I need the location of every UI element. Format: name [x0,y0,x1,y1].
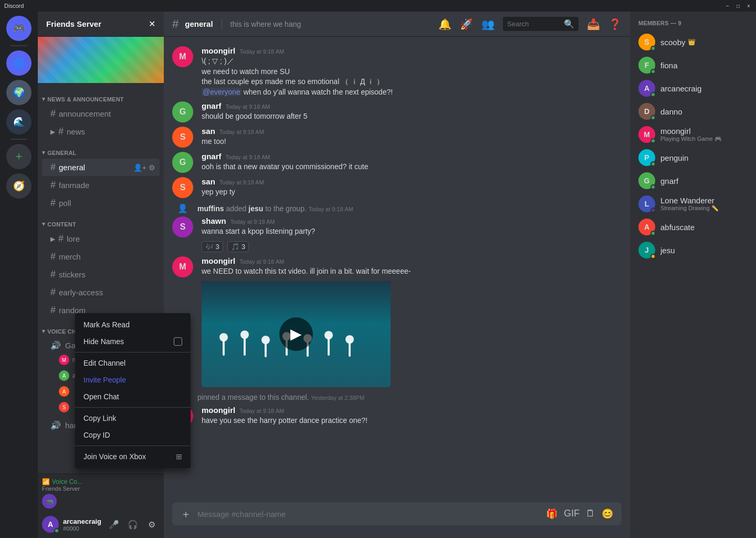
member-item-scooby[interactable]: S scooby 👑 [634,30,752,54]
message-text: we NEED to watch this txt video. ill joi… [202,266,622,277]
notifications-icon[interactable]: 🔔 [438,18,452,30]
search-icon: 🔍 [564,19,574,29]
close-button[interactable]: × [746,3,752,9]
search-placeholder: Search [507,20,561,28]
member-item-fiona[interactable]: F fiona [634,54,752,77]
member-item-lone-wanderer[interactable]: L Lone Wanderer Streaming Drawing ✏️ [634,192,752,215]
svg-point-1 [219,333,228,342]
channel-name-label: news [67,127,85,136]
message-text: should be good tomorrow after 5 [202,111,622,122]
reaction[interactable]: 🎶 3 [202,241,223,252]
channel-lore[interactable]: ▶ # lore [42,230,160,247]
member-item-gnarf[interactable]: G gnarf [634,169,752,192]
category-news-announcement[interactable]: ▾ NEWS & ANNOUNCEMENT [38,87,164,105]
context-menu-open-chat[interactable]: Open Chat [75,388,191,405]
inbox-icon[interactable]: 📥 [587,18,600,30]
context-menu-edit-channel[interactable]: Edit Channel [75,355,191,371]
context-menu-separator-3 [75,446,191,446]
channel-header-topic: this is where we hang [230,20,301,28]
svg-rect-0 [223,340,225,356]
system-message: 👤 muffins added jesu to the group. Today… [164,201,630,215]
member-name: arcanecraig [660,84,701,93]
maximize-button[interactable]: □ [735,3,741,9]
video-play-button[interactable]: ▶ [279,317,313,351]
channel-stickers[interactable]: # stickers [42,266,160,283]
add-attachment-icon[interactable]: ＋ [181,507,191,521]
message-username: moongirl [202,256,235,265]
message-content: san Today at 9:18 AM yep yep ty [202,177,622,198]
message-username: shawn [202,216,226,225]
hide-names-checkbox[interactable] [174,337,182,346]
server-divider-2 [10,139,27,140]
server-icon-3[interactable]: 🌊 [6,109,32,134]
settings-icon[interactable]: ⚙ [149,163,155,172]
video-embed[interactable]: ▶ [202,281,391,387]
search-bar[interactable]: Search 🔍 [503,17,579,31]
member-avatar: M [638,126,655,143]
member-item-penguin[interactable]: P penguin [634,146,752,169]
svg-rect-12 [349,342,351,357]
context-menu-copy-id[interactable]: Copy ID [75,427,191,443]
channel-general[interactable]: # general 👤+ ⚙ [42,159,160,176]
gift-icon[interactable]: 🎁 [546,508,558,520]
category-general[interactable]: ▾ GENERAL [38,141,164,158]
reaction[interactable]: 🎵 3 [227,241,249,252]
message-content: gnarf Today at 9:18 AM ooh is that a new… [202,152,622,173]
member-name: penguin [660,153,688,162]
message-input-box[interactable]: ＋ Message #channel-name 🎁 GIF 🗒 😊 [172,502,622,525]
member-item-danno[interactable]: D danno [634,100,752,123]
join-voice-xbox-label: Join Voice on Xbox [83,452,146,461]
channel-header: # general this is where we hang 🔔 🚀 👥 Se… [164,12,630,37]
member-name: jesu [660,246,675,255]
channel-poll[interactable]: # poll [42,194,160,212]
channel-merch[interactable]: # merch [42,248,160,265]
message-header: san Today at 9:18 AM [202,177,622,186]
context-menu-hide-names[interactable]: Hide Names [75,333,191,350]
category-content[interactable]: ▾ CONTENT [38,212,164,230]
explore-button[interactable]: 🧭 [6,173,32,199]
copy-id-label: Copy ID [83,431,110,439]
member-item-moongirl[interactable]: M moongirl Playing Witch Game 🎮 [634,123,752,146]
svg-point-13 [345,335,354,344]
add-member-icon[interactable]: 👤+ [133,163,146,172]
discord-home-button[interactable]: 🎮 [6,16,32,41]
add-server-button[interactable]: + [6,144,32,169]
copy-link-label: Copy Link [83,414,116,422]
boost-icon[interactable]: 🚀 [460,18,473,30]
channel-name-label: lore [67,234,80,243]
channel-early-access[interactable]: # early-access [42,284,160,301]
server-header[interactable]: Friends Server ✕ [38,12,164,37]
settings-button[interactable]: ⚙ [143,516,160,533]
emoji-icon[interactable]: 😊 [602,508,613,520]
user-discriminator: #0000 [63,525,101,532]
context-menu-join-voice-xbox[interactable]: Join Voice on Xbox ⊞ [75,448,191,465]
context-menu-mark-as-read[interactable]: Mark As Read [75,316,191,333]
context-menu-copy-link[interactable]: Copy Link [75,410,191,427]
channel-news[interactable]: ▶ # news [42,123,160,140]
member-item-abfuscate[interactable]: A abfuscate [634,215,752,239]
voice-video-button[interactable]: 📹 [42,494,57,509]
member-item-arcanecraig[interactable]: A arcanecraig [634,77,752,100]
sticker-icon[interactable]: 🗒 [586,508,595,520]
message-input[interactable]: Message #channel-name [197,510,540,519]
members-icon[interactable]: 👥 [481,18,495,30]
member-avatar: A [638,219,655,235]
deafen-button[interactable]: 🎧 [124,516,141,533]
message-content: shawn Today at 9:18 AM wanna start a kpo… [202,216,622,252]
gif-icon[interactable]: GIF [564,508,580,520]
mute-button[interactable]: 🎤 [106,516,122,533]
context-menu-invite-people[interactable]: Invite People [75,371,191,388]
member-item-jesu[interactable]: J jesu [634,239,752,262]
channel-fanmade[interactable]: # fanmade [42,177,160,194]
channel-name-label: stickers [59,270,86,279]
user-area: A arcanecraig #0000 🎤 🎧 ⚙ [38,511,164,538]
server-icon-2[interactable]: 🌍 [6,80,32,105]
user-status-dot [54,528,59,533]
help-icon[interactable]: ❓ [608,18,622,30]
message-header: moongirl Today at 9:18 AM [202,256,622,265]
server-icon-1[interactable]: 🌀 [6,50,32,76]
minimize-button[interactable]: − [724,3,731,9]
channel-announcement[interactable]: # announcement [42,105,160,122]
message-timestamp: Today at 9:18 AM [219,179,264,185]
avatar: S [172,216,193,237]
